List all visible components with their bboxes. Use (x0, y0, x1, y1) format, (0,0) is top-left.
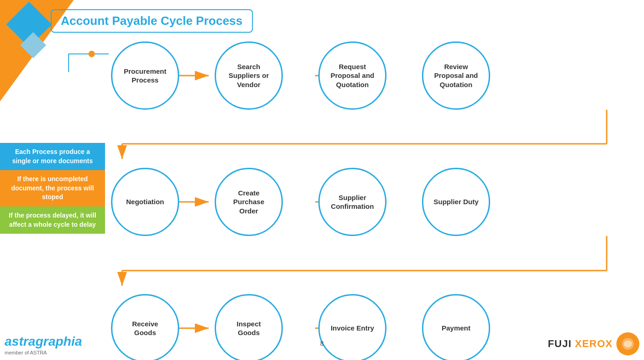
member-of-astra-text: member of ASTRA (5, 350, 82, 355)
sidebar-info: Each Process produce a single or more do… (0, 143, 105, 234)
node-receive-goods: ReceiveGoods (111, 294, 179, 360)
node-supplier-duty: Supplier Duty (422, 168, 490, 236)
node-payment: Payment (422, 294, 490, 360)
flow-diagram: ProcurementProcess SearchSuppliers orVen… (105, 41, 644, 355)
node-procurement: ProcurementProcess (111, 41, 179, 110)
sidebar-box-2: If there is uncompleted document, the pr… (0, 170, 105, 207)
node-supplier-confirmation: SupplierConfirmation (318, 168, 386, 236)
node-invoice-entry: Invoice Entry (318, 294, 386, 360)
page-number: 8 (320, 340, 324, 347)
astragraphia-text: astragraphia (5, 334, 82, 349)
logo-fuji-xerox: FUJI XEROX (548, 332, 639, 355)
connector-dot (88, 51, 95, 57)
fuji-dot-icon (616, 332, 639, 355)
sidebar-box-3: If the process delayed, it will affect a… (0, 207, 105, 234)
node-search-suppliers: SearchSuppliers orVendor (215, 41, 283, 110)
node-review-proposal: ReviewProposal andQuotation (422, 41, 490, 110)
logo-astragraphia: astragraphia member of ASTRA (5, 334, 82, 355)
page-title: Account Payable Cycle Process (61, 14, 243, 28)
sidebar-box-1: Each Process produce a single or more do… (0, 143, 105, 170)
node-request-proposal: RequestProposal andQuotation (318, 41, 386, 110)
node-create-po: CreatePurchaseOrder (215, 168, 283, 236)
fuji-text: FUJI (548, 338, 575, 350)
node-inspect-goods: InspectGoods (215, 294, 283, 360)
fuji-logo-icon (621, 337, 635, 351)
title-connector-vertical (68, 53, 69, 72)
xerox-text: XEROX (575, 338, 613, 350)
node-negotiation: Negotiation (111, 168, 179, 236)
title-box: Account Payable Cycle Process (51, 9, 253, 33)
